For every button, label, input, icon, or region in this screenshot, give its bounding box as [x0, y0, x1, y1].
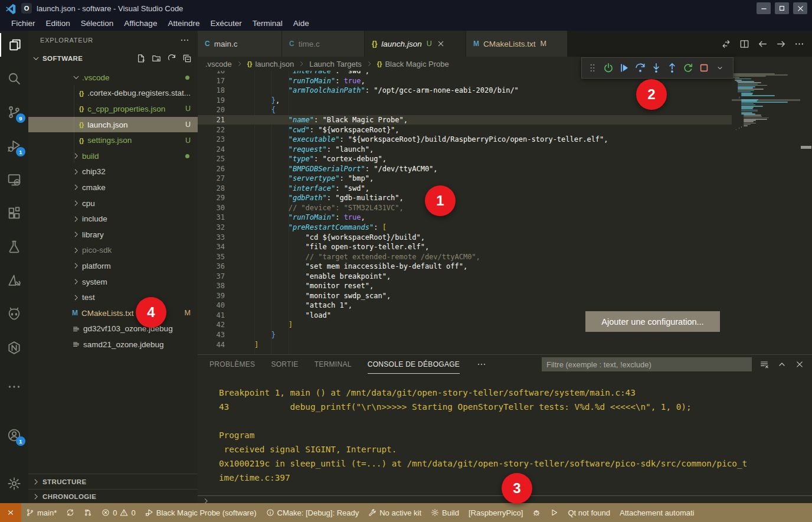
activitybar-remote-explorer[interactable]: [0, 168, 28, 191]
new-file-button[interactable]: [136, 54, 146, 63]
menu-aide[interactable]: Aide: [288, 17, 315, 31]
tab-launch.json[interactable]: {}launch.jsonU: [365, 31, 466, 57]
statusbar-raspberrypico[interactable]: [RaspberryPico]: [464, 503, 528, 522]
code-line-44[interactable]: 44 ]: [198, 340, 732, 350]
code-line-34[interactable]: 34 "file open-story-teller.elf",: [198, 242, 732, 252]
statusbar-sync[interactable]: [61, 503, 79, 522]
code-line-30[interactable]: 30 // "device": "STM32L431VC",: [198, 203, 732, 213]
code-line-27[interactable]: 27 "servertype": "bmp",: [198, 174, 732, 184]
menu-atteindre[interactable]: Atteindre: [162, 17, 205, 31]
debug-chevron-down-button[interactable]: [712, 60, 728, 76]
statusbar-qt-not-found[interactable]: Qt not found: [563, 503, 615, 522]
debug-continue-button[interactable]: [616, 60, 632, 76]
tab-CMakeLists.txt[interactable]: MCMakeLists.txtM: [466, 31, 568, 57]
code-line-23[interactable]: 23 "executable": "${workspaceRoot}/build…: [198, 135, 732, 145]
tab-time.c[interactable]: Ctime.c: [282, 31, 365, 57]
menu-selection[interactable]: Sélection: [76, 17, 119, 31]
nav-forward-button[interactable]: [772, 35, 790, 53]
code-line-24[interactable]: 24 "request": "launch",: [198, 144, 732, 154]
split-editor-button[interactable]: [735, 35, 754, 53]
tab-main.c[interactable]: Cmain.c: [198, 31, 282, 57]
code-line-31[interactable]: 31 "runToMain": true,: [198, 213, 732, 223]
code-line-38[interactable]: 38 "monitor reset",: [198, 281, 732, 291]
activitybar-settings-gear[interactable]: [0, 472, 28, 495]
menu-affichage[interactable]: Affichage: [119, 17, 162, 31]
debug-power-button[interactable]: [600, 60, 616, 76]
statusbar-remote[interactable]: [0, 503, 21, 522]
menu-executer[interactable]: Exécuter: [205, 17, 247, 31]
close-tab-icon[interactable]: [437, 40, 445, 48]
tree-item-CMakeLists.txt[interactable]: MCMakeLists.txtM: [28, 305, 198, 321]
code-line-39[interactable]: 39 "monitor swdp_scan",: [198, 291, 732, 301]
panel-more-icon[interactable]: [477, 360, 486, 369]
code-line-33[interactable]: 33 "cd ${workspaceRoot}/build",: [198, 232, 732, 242]
tree-item-system[interactable]: system: [28, 274, 198, 290]
tree-item-c_cpp_properties.json[interactable]: {}c_cpp_properties.jsonU: [28, 101, 198, 117]
close-window-button[interactable]: [793, 2, 807, 14]
breadcrumb-item[interactable]: Launch Targets: [309, 60, 362, 68]
tree-item-samd21_ozone.jdebug[interactable]: samd21_ozone.jdebug: [28, 337, 198, 353]
tree-item-library[interactable]: library: [28, 227, 198, 243]
debug-step-into-button[interactable]: [648, 60, 664, 76]
breadcrumb-item[interactable]: .vscode: [205, 60, 232, 68]
code-line-26[interactable]: 26 "BMPGDBSerialPort": "/dev/ttyACM0",: [198, 164, 732, 174]
statusbar-play[interactable]: [545, 503, 563, 522]
open-changes-button[interactable]: [717, 35, 735, 53]
activitybar-cmake[interactable]: [0, 269, 28, 292]
outline-section[interactable]: STRUCTURE: [28, 474, 198, 490]
collapse-all-button[interactable]: [182, 54, 192, 63]
maximize-panel-button[interactable]: [773, 355, 791, 373]
statusbar-build[interactable]: Build: [426, 503, 464, 522]
activitybar-run-debug[interactable]: 1: [0, 134, 28, 158]
folder-section-header[interactable]: SOFTWARE: [28, 51, 198, 66]
add-configuration-button[interactable]: Ajouter une configuration...: [585, 311, 720, 332]
tree-item-cpu[interactable]: cpu: [28, 195, 198, 211]
debug-stop-button[interactable]: [696, 60, 712, 76]
tree-item-cmake[interactable]: cmake: [28, 180, 198, 195]
code-line-29[interactable]: 29 "gdbPath": "gdb-multiarch",: [198, 193, 732, 203]
code-line-25[interactable]: 25 "type": "cortex-debug",: [198, 154, 732, 164]
tree-item-pico-sdk[interactable]: pico-sdk: [28, 243, 198, 259]
tree-item-.cortex-debug.registers.stat...[interactable]: {}.cortex-debug.registers.stat...: [28, 86, 198, 102]
panel-tab-problemes[interactable]: PROBLÈMES: [209, 355, 255, 374]
code-line-36[interactable]: 36 "set mem inaccessible-by-default off"…: [198, 262, 732, 272]
breadcrumb-item[interactable]: {}launch.json: [247, 60, 294, 68]
close-panel-button[interactable]: [791, 355, 808, 373]
debug-restart-button[interactable]: [680, 60, 696, 76]
tree-item-.vscode[interactable]: .vscode: [28, 70, 198, 86]
tree-item-test[interactable]: test: [28, 289, 198, 305]
activitybar-explorer[interactable]: [0, 33, 28, 57]
maximize-button[interactable]: [775, 2, 789, 14]
activitybar-accounts[interactable]: 1: [0, 423, 28, 447]
activitybar-source-control[interactable]: 9: [0, 100, 28, 124]
nav-back-button[interactable]: [754, 35, 772, 53]
code-line-32[interactable]: 32 "preRestartCommands": [: [198, 223, 732, 233]
tree-item-build[interactable]: build: [28, 148, 198, 164]
menu-terminal[interactable]: Terminal: [247, 17, 288, 31]
tree-item-settings.json[interactable]: {}settings.jsonU: [28, 132, 198, 148]
code-line-28[interactable]: 28 "interface": "swd",: [198, 184, 732, 194]
code-line-37[interactable]: 37 "enable breakpoint",: [198, 271, 732, 281]
menu-fichier[interactable]: Fichier: [6, 17, 41, 31]
code-line-21[interactable]: 21 "name": "Black Magic Probe",: [198, 115, 732, 125]
minimize-button[interactable]: [757, 2, 771, 14]
activitybar-alien[interactable]: [0, 302, 28, 326]
activitybar-extensions[interactable]: [0, 201, 28, 225]
clear-console-button[interactable]: [755, 355, 773, 373]
debug-step-over-button[interactable]: [632, 60, 648, 76]
tree-item-platform[interactable]: platform: [28, 258, 198, 274]
console-filter-input[interactable]: [542, 357, 752, 371]
statusbar-bug[interactable]: [528, 503, 545, 522]
panel-tab-sortie[interactable]: SORTIE: [271, 355, 298, 374]
debug-step-out-button[interactable]: [664, 60, 680, 76]
new-folder-button[interactable]: [152, 54, 161, 63]
statusbar-cmake-debug-ready[interactable]: CMake: [Debug]: Ready: [261, 503, 364, 522]
panel-tab-consolededebogage[interactable]: CONSOLE DE DÉBOGAGE: [368, 355, 460, 374]
views-more-icon[interactable]: [180, 35, 189, 45]
activitybar-search[interactable]: [0, 67, 28, 90]
panel-tab-terminal[interactable]: TERMINAL: [315, 355, 352, 374]
activitybar-hex-n[interactable]: [0, 336, 28, 360]
statusbar-compare-changes[interactable]: [79, 503, 97, 522]
debug-drag-grip-button[interactable]: [584, 60, 600, 76]
refresh-button[interactable]: [167, 54, 176, 63]
